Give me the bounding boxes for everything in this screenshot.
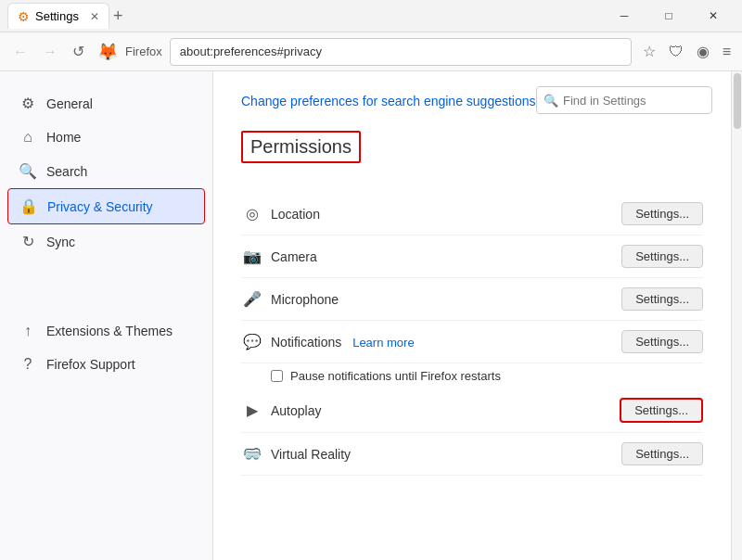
sidebar: ⚙ General ⌂ Home 🔍 Search 🔒 Privacy & Se… — [0, 71, 213, 560]
home-icon: ⌂ — [19, 129, 37, 146]
profile-button[interactable]: ◉ — [693, 39, 713, 64]
permission-row-autoplay: ▶ Autoplay Settings... — [241, 388, 703, 433]
sidebar-label-support: Firefox Support — [46, 357, 135, 372]
tab-label: Settings — [35, 9, 79, 23]
permissions-section: Permissions ◎ Location Settings... 📷 Cam… — [241, 131, 703, 476]
browser-tab[interactable]: ⚙ Settings ✕ — [7, 3, 109, 29]
content-area: 🔍 Change preferences for search engine s… — [213, 71, 731, 560]
general-icon: ⚙ — [19, 95, 37, 112]
notifications-learn-more[interactable]: Learn more — [352, 336, 414, 350]
virtualreality-icon: 🥽 — [241, 445, 263, 463]
sidebar-item-search[interactable]: 🔍 Search — [0, 154, 212, 188]
bookmark-star-button[interactable]: ☆ — [639, 39, 659, 64]
sidebar-label-search: Search — [46, 164, 87, 179]
permission-row-location: ◎ Location Settings... — [241, 193, 703, 235]
firefox-label: Firefox — [125, 45, 162, 58]
camera-label: Camera — [271, 249, 621, 264]
sidebar-item-support[interactable]: ? Firefox Support — [0, 348, 212, 381]
sidebar-item-home[interactable]: ⌂ Home — [0, 121, 212, 154]
microphone-icon: 🎤 — [241, 290, 263, 308]
permission-row-camera: 📷 Camera Settings... — [241, 235, 703, 278]
tab-close-button[interactable]: ✕ — [90, 10, 99, 23]
settings-tab-icon: ⚙ — [18, 9, 30, 24]
sidebar-label-general: General — [46, 96, 93, 111]
main-area: ⚙ General ⌂ Home 🔍 Search 🔒 Privacy & Se… — [0, 71, 742, 560]
virtualreality-settings-button[interactable]: Settings... — [621, 442, 703, 465]
location-icon: ◎ — [241, 205, 263, 223]
forward-button[interactable]: → — [37, 40, 63, 64]
extensions-icon: ↑ — [19, 323, 37, 339]
find-settings-input[interactable] — [536, 86, 712, 114]
camera-settings-button[interactable]: Settings... — [621, 245, 703, 268]
permission-row-virtualreality: 🥽 Virtual Reality Settings... — [241, 433, 703, 476]
sidebar-item-general[interactable]: ⚙ General — [0, 86, 212, 121]
autoplay-settings-button[interactable]: Settings... — [620, 398, 703, 423]
permissions-title: Permissions — [241, 131, 361, 163]
nav-bar: ← → ↺ 🦊 Firefox ☆ 🛡 ◉ ≡ — [0, 32, 742, 71]
pause-notifications-label: Pause notifications until Firefox restar… — [290, 369, 501, 383]
back-button[interactable]: ← — [7, 40, 33, 64]
virtualreality-label: Virtual Reality — [271, 447, 621, 462]
sidebar-item-privacy[interactable]: 🔒 Privacy & Security — [7, 188, 205, 224]
microphone-label: Microphone — [271, 292, 621, 307]
firefox-logo: 🦊 — [97, 42, 118, 62]
notifications-icon: 💬 — [241, 333, 263, 350]
find-search-icon: 🔍 — [544, 94, 558, 108]
privacy-icon: 🔒 — [19, 197, 38, 215]
scrollbar-thumb[interactable] — [734, 73, 741, 129]
new-tab-button[interactable]: + — [113, 6, 123, 26]
sync-icon: ↻ — [19, 233, 37, 250]
location-label: Location — [271, 207, 621, 222]
url-bar[interactable] — [170, 38, 632, 66]
refresh-button[interactable]: ↺ — [67, 39, 90, 64]
notifications-settings-button[interactable]: Settings... — [621, 330, 703, 353]
close-button[interactable]: ✕ — [692, 3, 735, 29]
pause-notifications-checkbox[interactable] — [271, 370, 283, 382]
minimize-button[interactable]: ─ — [603, 3, 646, 29]
shield-button[interactable]: 🛡 — [665, 40, 687, 64]
sidebar-label-privacy: Privacy & Security — [47, 199, 153, 214]
support-icon: ? — [19, 356, 37, 373]
autoplay-icon: ▶ — [241, 401, 263, 419]
search-icon: 🔍 — [19, 162, 37, 180]
sidebar-label-home: Home — [46, 130, 81, 145]
permission-row-notifications: 💬 Notifications Learn more Settings... — [241, 321, 703, 363]
find-in-settings: 🔍 — [536, 86, 712, 114]
nav-icons: ☆ 🛡 ◉ ≡ — [639, 39, 735, 64]
permission-row-microphone: 🎤 Microphone Settings... — [241, 278, 703, 321]
microphone-settings-button[interactable]: Settings... — [621, 287, 703, 311]
location-settings-button[interactable]: Settings... — [621, 202, 703, 225]
sidebar-item-sync[interactable]: ↻ Sync — [0, 224, 212, 259]
sidebar-item-extensions[interactable]: ↑ Extensions & Themes — [0, 314, 212, 348]
menu-button[interactable]: ≡ — [719, 40, 735, 64]
camera-icon: 📷 — [241, 248, 263, 265]
sidebar-label-sync: Sync — [46, 235, 75, 249]
notifications-label: Notifications Learn more — [271, 335, 621, 350]
sidebar-label-extensions: Extensions & Themes — [46, 324, 173, 338]
pause-notifications-row: Pause notifications until Firefox restar… — [241, 363, 703, 388]
vertical-scrollbar[interactable] — [731, 71, 742, 560]
restore-button[interactable]: □ — [647, 3, 690, 29]
autoplay-label: Autoplay — [271, 403, 620, 418]
window-controls: ─ □ ✕ — [603, 3, 735, 29]
title-bar: ⚙ Settings ✕ + ─ □ ✕ — [0, 0, 742, 32]
